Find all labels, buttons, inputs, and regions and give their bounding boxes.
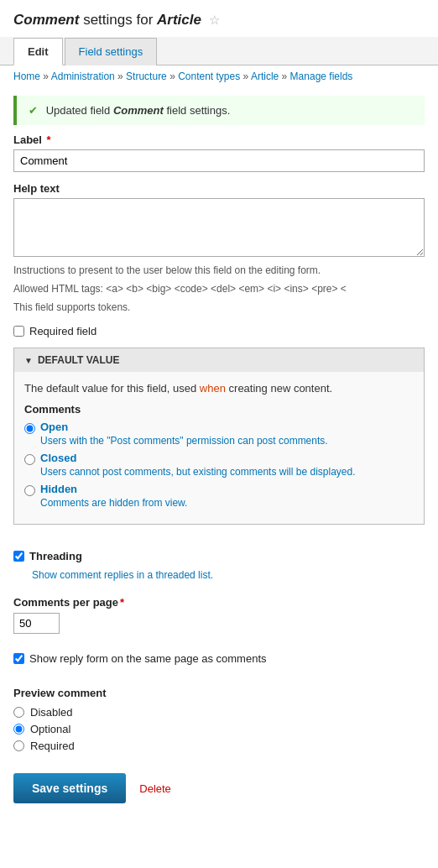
preview-disabled-label[interactable]: Disabled [30,706,73,719]
form: Label * Help text Instructions to presen… [0,133,438,337]
comments-per-page-section: Comments per page * [0,589,438,641]
help-text-input[interactable] [13,198,425,257]
show-reply-label[interactable]: Show reply form on the same page as comm… [29,652,267,665]
preview-comment-label: Preview comment [13,687,425,699]
preview-required-row: Required [13,740,425,752]
success-text-before: Updated field [46,104,111,117]
default-value-section: ▼ DEFAULT VALUE The default value for th… [13,348,425,525]
required-field-label[interactable]: Required field [29,325,96,337]
threading-label[interactable]: Threading [29,550,82,562]
collapse-icon: ▼ [24,356,33,365]
preview-comment-section: Preview comment Disabled Optional Requir… [0,680,438,763]
tab-edit[interactable]: Edit [13,38,63,65]
comments-label: Comments [24,403,414,416]
radio-option-open: Open Users with the "Post comments" perm… [24,421,414,447]
default-value-title: DEFAULT VALUE [38,354,120,366]
show-reply-row: Show reply form on the same page as comm… [13,652,425,665]
cpp-required-star: * [120,596,124,609]
threading-row: Threading [13,550,425,562]
threading-checkbox[interactable] [13,551,24,562]
preview-required-label[interactable]: Required [30,740,75,752]
show-reply-section: Show reply form on the same page as comm… [0,641,438,680]
success-text-after: field settings. [166,104,230,117]
help-text-label: Help text [13,182,425,195]
preview-disabled-row: Disabled [13,706,425,719]
radio-open-label: Open [40,421,328,433]
threading-desc: Show comment replies in a threaded list. [32,569,425,581]
preview-disabled-radio[interactable] [13,707,24,718]
radio-hidden[interactable] [24,485,35,496]
show-reply-checkbox[interactable] [13,653,24,664]
title-entity-word: Article [157,12,201,28]
title-comment-word: Comment [13,12,79,28]
preview-optional-label[interactable]: Optional [30,723,70,735]
breadcrumb-manage-fields[interactable]: Manage fields [290,71,353,82]
actions-section: Save settings Delete [0,763,438,820]
label-field-group: Label * [13,133,425,172]
default-value-body: The default value for this field, used w… [14,372,424,524]
breadcrumb-administration[interactable]: Administration [51,71,115,82]
star-icon[interactable]: ☆ [209,13,220,27]
radio-closed-desc: Users cannot post comments, but existing… [40,466,356,478]
preview-optional-radio[interactable] [13,724,24,735]
radio-open[interactable] [24,423,35,434]
radio-hidden-desc: Comments are hidden from view. [40,497,187,509]
success-message: ✔ Updated field Comment field settings. [13,96,425,125]
tabs-bar: Edit Field settings [0,37,438,65]
help-hint-3: This field supports tokens. [13,300,425,315]
default-value-header[interactable]: ▼ DEFAULT VALUE [14,348,424,372]
title-settings-text: settings for [83,12,153,28]
radio-hidden-label: Hidden [40,483,187,495]
radio-option-closed: Closed Users cannot post comments, but e… [24,452,414,478]
preview-required-radio[interactable] [13,740,24,751]
breadcrumb-structure[interactable]: Structure [126,71,167,82]
label-input[interactable] [13,149,425,172]
required-field-row: Required field [13,325,425,337]
radio-closed-label: Closed [40,452,356,464]
preview-optional-row: Optional [13,723,425,735]
help-text-field-group: Help text Instructions to present to the… [13,182,425,315]
breadcrumb: Home » Administration » Structure » Cont… [0,65,438,87]
success-field-name: Comment [113,104,167,117]
cpp-label: Comments per page * [13,596,425,609]
radio-open-desc: Users with the "Post comments" permissio… [40,435,328,447]
delete-link[interactable]: Delete [139,782,171,795]
help-hint-1: Instructions to present to the user belo… [13,263,425,278]
radio-option-hidden: Hidden Comments are hidden from view. [24,483,414,509]
breadcrumb-content-types[interactable]: Content types [178,71,240,82]
breadcrumb-home[interactable]: Home [13,71,40,82]
check-icon: ✔ [29,104,38,117]
page-title: Comment settings for Article ☆ [0,0,438,37]
default-value-desc: The default value for this field, used w… [24,382,414,395]
radio-closed[interactable] [24,454,35,465]
label-required-star: * [47,133,51,146]
threading-section: Threading Show comment replies in a thre… [0,535,438,589]
required-field-checkbox[interactable] [13,326,24,337]
when-highlight: when [200,382,226,395]
label-field-label: Label * [13,133,425,146]
breadcrumb-article[interactable]: Article [251,71,279,82]
help-hint-2: Allowed HTML tags: <a> <b> <big> <code> … [13,281,425,296]
save-settings-button[interactable]: Save settings [13,773,126,803]
comments-per-page-input[interactable] [13,613,60,634]
tab-field-settings[interactable]: Field settings [65,38,158,65]
